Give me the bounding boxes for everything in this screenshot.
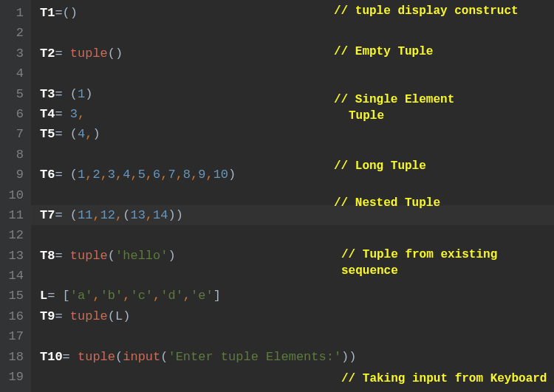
number: 9 — [198, 168, 205, 182]
code-area[interactable]: T1=() T2= tuple() T3= (1) T4= 3, T5= (4,… — [31, 0, 554, 392]
paren-close: ) — [176, 208, 183, 222]
comma: , — [92, 289, 100, 303]
parentheses: () — [63, 6, 78, 20]
number: 11 — [78, 208, 92, 222]
paren-open: ( — [108, 249, 115, 263]
number: 14 — [153, 208, 168, 222]
code-line[interactable]: T2= tuple() — [40, 44, 554, 63]
variable: T7 — [40, 208, 55, 222]
paren-close: ) — [123, 309, 130, 323]
code-line[interactable]: T10= tuple(input('Enter tuple Elements:'… — [40, 347, 554, 367]
comma: , — [115, 208, 123, 222]
number: 4 — [78, 127, 85, 141]
string: 'd' — [160, 289, 183, 303]
line-number: 18 — [0, 347, 31, 367]
number: 6 — [153, 168, 160, 182]
paren-open: ( — [123, 208, 130, 222]
comma: , — [115, 168, 123, 182]
operator: = — [55, 309, 69, 323]
comma: , — [92, 208, 100, 222]
paren-close: ) — [85, 87, 92, 101]
comma: , — [130, 168, 137, 182]
operator: = — [55, 249, 69, 263]
comma: , — [146, 208, 153, 222]
line-number: 7 — [0, 124, 31, 144]
code-line[interactable] — [40, 23, 554, 43]
string: 'e' — [191, 289, 213, 303]
code-line-current[interactable]: T7= (11,12,(13,14)) — [31, 205, 554, 225]
comma: , — [123, 289, 130, 303]
variable: T9 — [40, 309, 55, 323]
number: 4 — [123, 168, 130, 182]
line-number: 14 — [0, 266, 31, 286]
line-number: 12 — [0, 225, 31, 245]
code-line[interactable] — [40, 145, 554, 165]
comma: , — [100, 168, 108, 182]
number: 12 — [100, 208, 115, 222]
paren-open: ( — [115, 350, 123, 364]
comment-single-element-b: Tuple — [349, 109, 384, 123]
line-number: 15 — [0, 286, 31, 306]
line-number: 10 — [0, 185, 31, 205]
function: tuple — [70, 249, 108, 263]
operator: = — [55, 107, 69, 121]
comma: , — [146, 168, 153, 182]
variable: T1 — [40, 6, 55, 20]
line-number: 1 — [0, 3, 31, 23]
operator: = — [55, 208, 69, 222]
code-line[interactable]: T4= 3, — [40, 104, 554, 124]
comma: , — [160, 168, 168, 182]
line-number: 16 — [0, 306, 31, 326]
comment-single-element-a: // Single Element — [334, 93, 454, 106]
paren-open: ( — [160, 350, 168, 364]
operator: = — [55, 168, 69, 182]
comma: , — [191, 168, 198, 182]
string: 'Enter tuple Elements:' — [168, 350, 341, 364]
variable: T6 — [40, 168, 55, 182]
line-number: 17 — [0, 326, 31, 346]
paren-close: ) — [341, 350, 349, 364]
paren-open: ( — [70, 168, 78, 182]
number: 3 — [108, 168, 115, 182]
variable: T3 — [40, 87, 55, 101]
line-number: 3 — [0, 44, 31, 63]
code-editor: 1 2 3 4 5 6 7 8 9 10 11 12 13 14 15 16 1… — [0, 0, 554, 392]
code-line[interactable] — [40, 326, 554, 346]
code-line[interactable] — [40, 225, 554, 245]
comma: , — [85, 168, 92, 182]
paren-close: ) — [168, 249, 175, 263]
variable: T8 — [40, 249, 55, 263]
code-line[interactable] — [40, 185, 554, 205]
comment-tuple-display: // tuple display construct — [334, 4, 519, 18]
code-line[interactable]: L= ['a','b','c','d','e'] — [40, 286, 554, 306]
code-line[interactable]: T3= (1) — [40, 84, 554, 104]
operator: = — [55, 127, 69, 141]
code-line[interactable]: T5= (4,) — [40, 124, 554, 144]
code-line[interactable] — [40, 63, 554, 83]
comment-nested-tuple: // Nested Tuple — [334, 196, 440, 210]
comma: , — [183, 289, 191, 303]
argument: L — [115, 309, 123, 323]
number: 7 — [168, 168, 175, 182]
code-line[interactable] — [40, 266, 554, 286]
operator: = — [55, 47, 69, 61]
string: 'b' — [100, 289, 123, 303]
variable: L — [40, 289, 47, 303]
variable: T5 — [40, 127, 55, 141]
line-number: 8 — [0, 145, 31, 165]
operator: = — [55, 87, 69, 101]
code-line[interactable]: T6= (1,2,3,4,5,6,7,8,9,10) — [40, 165, 554, 185]
code-line[interactable]: T9= tuple(L) — [40, 306, 554, 326]
comment-from-sequence-a: // Tuple from existing — [341, 248, 497, 261]
function: tuple — [78, 350, 115, 364]
paren-close: ) — [92, 127, 100, 141]
variable: T2 — [40, 47, 55, 61]
comment-long-tuple: // Long Tuple — [334, 159, 426, 173]
number: 13 — [130, 208, 145, 222]
comma: , — [78, 107, 85, 121]
line-number: 11 — [0, 205, 31, 225]
parentheses: () — [108, 47, 123, 61]
string: 'c' — [130, 289, 153, 303]
paren-open: ( — [70, 208, 78, 222]
comment-input-keyboard: // Taking input from Keyboard — [341, 372, 547, 385]
